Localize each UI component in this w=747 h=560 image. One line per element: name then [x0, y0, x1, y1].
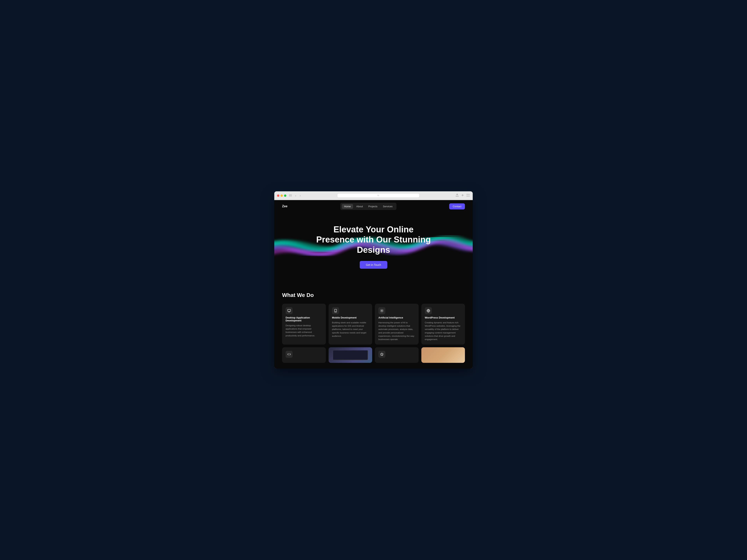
back-button[interactable]: ‹	[294, 194, 297, 197]
hero-title: Elevate Your Online Presence with Our St…	[278, 224, 469, 255]
service-card-screenshot	[329, 347, 372, 363]
nav-logo: Zee	[282, 205, 287, 208]
svg-rect-2	[290, 195, 292, 195]
section-title: What We Do	[282, 292, 465, 298]
navbar: Zee Home About Projects Services Contact	[274, 200, 473, 213]
nav-link-home[interactable]: Home	[342, 204, 353, 209]
services-grid-row2	[282, 347, 465, 363]
close-button[interactable]	[277, 194, 279, 197]
contact-button[interactable]: Contact	[449, 204, 465, 209]
forward-button[interactable]: ›	[299, 194, 302, 197]
service-title-ai: Artificial Intelligence	[378, 316, 415, 319]
svg-rect-3	[290, 196, 292, 196]
svg-rect-1	[290, 194, 292, 195]
svg-point-11	[382, 310, 382, 311]
svg-point-10	[335, 311, 336, 312]
service-card-ai: Artificial Intelligence Harnessing the p…	[375, 304, 419, 345]
service-title-wordpress: WordPress Development	[425, 316, 462, 319]
website-content: Zee Home About Projects Services Contact	[274, 200, 473, 369]
ai-icon	[378, 307, 385, 314]
services-section: What We Do Desktop Application Developme…	[274, 282, 473, 369]
desktop-icon	[286, 307, 292, 314]
browser-chrome: ‹ › ↻	[274, 191, 473, 200]
minimize-button[interactable]	[281, 194, 283, 197]
star-icon	[378, 351, 385, 358]
service-card-mobile: Mobile Development Building sleek and sc…	[329, 304, 372, 345]
service-desc-desktop: Designing robust desktop applications th…	[286, 324, 323, 337]
service-card-desktop: Desktop Application Development Designin…	[282, 304, 326, 345]
service-desc-ai: Harnessing the power of AI to develop in…	[378, 321, 415, 341]
services-grid-row1: Desktop Application Development Designin…	[282, 304, 465, 345]
service-card-wordpress: WordPress Development Creating dynamic a…	[421, 304, 465, 345]
hero-section: Elevate Your Online Presence with Our St…	[274, 213, 473, 282]
address-bar-container: ↻	[303, 193, 453, 198]
hero-cta-button[interactable]: Get in Touch	[360, 261, 387, 269]
svg-rect-5	[468, 194, 469, 195]
svg-rect-0	[289, 194, 290, 196]
share-button[interactable]	[455, 193, 459, 198]
service-title-desktop: Desktop Application Development	[286, 316, 323, 322]
nav-link-projects[interactable]: Projects	[366, 204, 380, 209]
nav-link-services[interactable]: Services	[381, 204, 395, 209]
svg-rect-6	[467, 195, 468, 196]
code-icon	[286, 351, 292, 358]
mobile-icon	[332, 307, 339, 314]
browser-window: ‹ › ↻	[274, 191, 473, 369]
new-tab-button[interactable]	[461, 193, 465, 198]
service-card-warm-image	[421, 347, 465, 363]
svg-rect-4	[467, 194, 468, 195]
nav-links: Home About Projects Services	[340, 203, 397, 210]
sidebar-toggle-button[interactable]	[288, 194, 292, 197]
service-desc-wordpress: Creating dynamic and feature-rich WordPr…	[425, 321, 462, 341]
service-card-uiux	[375, 347, 419, 363]
wordpress-icon	[425, 307, 432, 314]
traffic-lights	[277, 194, 286, 197]
browser-actions	[455, 193, 470, 198]
svg-rect-8	[288, 309, 291, 312]
service-desc-mobile: Building sleek and scalable mobile appli…	[332, 321, 369, 338]
grid-button[interactable]	[466, 193, 470, 198]
nav-link-about[interactable]: About	[354, 204, 365, 209]
service-card-webdev	[282, 347, 326, 363]
address-bar[interactable]: ↻	[337, 193, 420, 198]
service-title-mobile: Mobile Development	[332, 316, 369, 319]
svg-marker-13	[381, 353, 383, 356]
svg-rect-7	[468, 195, 469, 196]
maximize-button[interactable]	[284, 194, 286, 197]
